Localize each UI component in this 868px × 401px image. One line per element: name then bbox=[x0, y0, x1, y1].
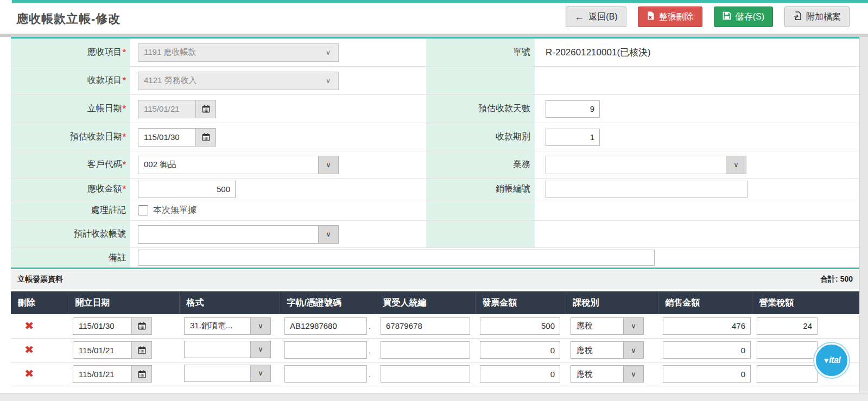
row-track-no-input[interactable] bbox=[284, 365, 367, 383]
delete-all-button[interactable]: 整張刪除 bbox=[638, 7, 702, 27]
required-marker: * bbox=[123, 132, 126, 142]
customer-code-select[interactable]: 002 御品 ∨ bbox=[138, 156, 339, 174]
row-format-select[interactable]: ∨ bbox=[184, 365, 271, 382]
chevron-down-icon: ∨ bbox=[623, 342, 643, 358]
save-button[interactable]: 儲存(S) bbox=[714, 7, 773, 27]
chevron-down-icon: ∨ bbox=[318, 156, 338, 174]
sales-rep-select[interactable]: ∨ bbox=[546, 156, 746, 174]
row-buyer-tax-id-input[interactable] bbox=[381, 365, 470, 383]
est-receipt-account-label: 預計收款帳號 bbox=[74, 228, 126, 240]
receivable-amount-input[interactable] bbox=[138, 181, 236, 198]
chevron-down-icon: ∨ bbox=[250, 365, 270, 381]
empty-mint-cell bbox=[426, 221, 535, 247]
row-invoice-amount-input[interactable] bbox=[480, 365, 560, 383]
calendar-icon[interactable] bbox=[131, 365, 152, 383]
vital-logo[interactable]: ▼ital bbox=[814, 343, 849, 378]
receipt-item-label: 收款項目 bbox=[87, 75, 122, 86]
col-header-tax-type: 課稅別 bbox=[566, 291, 658, 314]
row-buyer-tax-id-input[interactable] bbox=[381, 341, 470, 359]
delete-row-icon[interactable]: ✖ bbox=[24, 368, 34, 380]
back-button[interactable]: ← 返回(B) bbox=[566, 7, 626, 27]
receivable-amount-label: 應收金額 bbox=[87, 183, 122, 195]
invoice-section-title: 立帳發票資料 bbox=[17, 275, 63, 284]
row-sales-amount-input[interactable] bbox=[663, 317, 751, 335]
delete-row-icon[interactable]: ✖ bbox=[24, 320, 34, 332]
vertical-scrollbar[interactable] bbox=[859, 37, 868, 401]
invoice-row: ✖ 31.銷項電...∨ . 應稅∨ bbox=[11, 314, 859, 338]
invoice-section-bar: 立帳發票資料 合計: 500 bbox=[11, 270, 859, 289]
col-header-delete: 刪除 bbox=[11, 291, 68, 314]
writeoff-no-label: 銷帳編號 bbox=[496, 183, 530, 195]
row-tax-amount-input[interactable] bbox=[757, 341, 818, 359]
remark-input[interactable] bbox=[138, 250, 655, 266]
no-document-checkbox[interactable] bbox=[138, 205, 148, 215]
required-marker: * bbox=[123, 48, 126, 58]
required-marker: * bbox=[123, 104, 126, 114]
invoice-row: ✖ ∨ . 應稅∨ bbox=[11, 338, 859, 362]
est-receipt-days-input[interactable] bbox=[546, 100, 600, 118]
receivable-item-select[interactable]: 1191 應收帳款 ∨ bbox=[138, 43, 339, 62]
calendar-icon[interactable] bbox=[195, 100, 216, 118]
entry-date-label: 立帳日期 bbox=[87, 103, 122, 114]
receivable-item-label: 應收項目 bbox=[87, 47, 122, 58]
col-header-buyer-tax-id: 買受人統編 bbox=[376, 291, 475, 314]
page-header: 應收帳款立帳-修改 ← 返回(B) 整張刪除 儲存(S) 附加檔案 bbox=[0, 3, 868, 34]
invoice-section: 立帳發票資料 合計: 500 刪除 開立日期 格式 字軌/憑證號碼 買受人統編 … bbox=[11, 270, 859, 386]
row-buyer-tax-id-input[interactable] bbox=[381, 317, 470, 335]
form-row-remark: 備註 bbox=[11, 248, 859, 268]
col-header-sales-amount: 銷售金額 bbox=[658, 291, 752, 314]
col-header-tax-amount: 營業稅額 bbox=[752, 291, 859, 314]
row-tax-type-select[interactable]: 應稅∨ bbox=[571, 341, 644, 359]
row-date-input[interactable] bbox=[73, 365, 131, 383]
row-track-no-input[interactable] bbox=[284, 317, 367, 335]
invoice-total: 合計: 500 bbox=[820, 275, 853, 284]
sales-rep-label: 業務 bbox=[513, 159, 530, 170]
row-tax-amount-input[interactable] bbox=[757, 317, 818, 335]
chevron-down-icon: ∨ bbox=[318, 72, 338, 90]
writeoff-no-input[interactable] bbox=[546, 181, 747, 198]
form-row-receivable-item: 應收項目* 1191 應收帳款 ∨ 單號 R-202601210001(已核決) bbox=[11, 39, 859, 67]
est-receipt-account-select[interactable]: ∨ bbox=[138, 225, 339, 244]
chevron-down-icon: ∨ bbox=[318, 44, 338, 61]
required-marker: * bbox=[123, 184, 126, 194]
calendar-icon[interactable] bbox=[195, 128, 216, 147]
row-date-input[interactable] bbox=[73, 317, 131, 335]
row-sales-amount-input[interactable] bbox=[663, 341, 751, 359]
form-row-receivable-amount: 應收金額* 銷帳編號 bbox=[11, 179, 859, 200]
form-row-est-receipt-date: 預估收款日期* 收款期別 bbox=[11, 123, 859, 151]
row-invoice-amount-input[interactable] bbox=[480, 317, 560, 335]
horizontal-scrollbar[interactable] bbox=[0, 393, 868, 401]
row-format-select[interactable]: ∨ bbox=[184, 341, 271, 358]
form-row-est-receipt-account: 預計收款帳號 ∨ bbox=[11, 221, 859, 248]
row-sales-amount-input[interactable] bbox=[663, 365, 751, 383]
header-button-group: ← 返回(B) 整張刪除 儲存(S) 附加檔案 bbox=[566, 7, 850, 27]
delete-row-icon[interactable]: ✖ bbox=[24, 344, 34, 356]
entry-date-input[interactable] bbox=[138, 100, 195, 118]
invoice-table-header-row: 刪除 開立日期 格式 字軌/憑證號碼 買受人統編 發票金額 課稅別 銷售金額 營… bbox=[11, 291, 859, 314]
doc-no-value: R-202601210001(已核決) bbox=[546, 46, 651, 59]
calendar-icon[interactable] bbox=[131, 341, 152, 359]
invoice-row: ✖ ∨ . 應稅∨ bbox=[11, 362, 859, 386]
est-receipt-date-label: 預估收款日期 bbox=[70, 131, 122, 143]
row-tax-type-select[interactable]: 應稅∨ bbox=[571, 365, 644, 383]
row-date-input[interactable] bbox=[73, 341, 131, 359]
row-invoice-amount-input[interactable] bbox=[480, 341, 560, 359]
attach-file-icon bbox=[793, 11, 802, 22]
row-track-no-input[interactable] bbox=[284, 341, 367, 359]
form-row-entry-date: 立帳日期* 預估收款天數 bbox=[11, 95, 859, 123]
est-receipt-date-input[interactable] bbox=[138, 128, 195, 147]
row-tax-type-select[interactable]: 應稅∨ bbox=[571, 317, 644, 335]
attach-file-button[interactable]: 附加檔案 bbox=[784, 7, 850, 27]
required-marker: * bbox=[123, 160, 126, 170]
form-row-customer-code: 客戶代碼* 002 御品 ∨ 業務 ∨ bbox=[11, 151, 859, 179]
receipt-period-input[interactable] bbox=[546, 129, 600, 146]
calendar-icon[interactable] bbox=[131, 317, 152, 335]
row-format-select[interactable]: 31.銷項電...∨ bbox=[184, 317, 271, 335]
receipt-item-select[interactable]: 4121 勞務收入 ∨ bbox=[138, 72, 339, 90]
empty-mint-cell bbox=[426, 67, 535, 94]
back-arrow-icon: ← bbox=[574, 12, 584, 22]
form-row-receipt-item: 收款項目* 4121 勞務收入 ∨ bbox=[11, 67, 859, 95]
vital-logo-text: ital bbox=[829, 355, 840, 365]
row-tax-amount-input[interactable] bbox=[757, 365, 818, 383]
receipt-period-label: 收款期別 bbox=[496, 131, 530, 143]
